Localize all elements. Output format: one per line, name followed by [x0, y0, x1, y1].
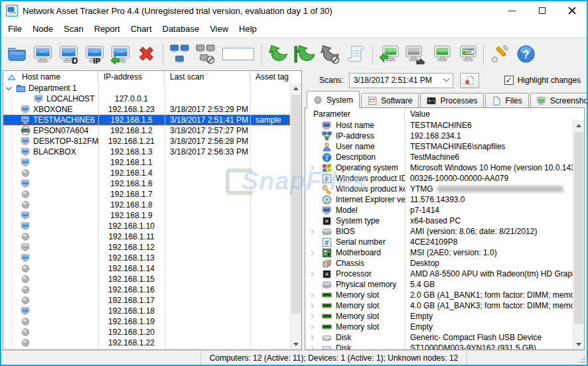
tab-files[interactable]: Files — [485, 93, 528, 107]
tree-row[interactable]: 192.168.1.10 — [3, 221, 290, 231]
param-row-windows-product-id[interactable]: #Windows product ID00326-10000-00000-AA0… — [305, 173, 573, 184]
highlight-changes-option[interactable]: ✓ Highlight changes — [504, 76, 581, 85]
add-computer-by-ip-button[interactable]: IP — [82, 41, 108, 68]
close-button[interactable] — [557, 1, 587, 20]
expander-expand-icon[interactable] — [307, 347, 315, 350]
tree-row[interactable]: 192.168.1.12 — [3, 242, 290, 253]
tab-system[interactable]: System — [307, 91, 360, 108]
menu-file[interactable]: File — [3, 21, 27, 36]
expander-expand-icon[interactable] — [307, 273, 315, 276]
rescan-all-button[interactable] — [291, 41, 317, 68]
tab-processes[interactable]: C:\Processes — [420, 93, 484, 107]
param-row-internet-explorer-version[interactable]: eInternet Explorer version11.576.14393.0 — [305, 194, 573, 205]
tree-row[interactable]: 192.168.1.22 — [3, 337, 290, 348]
param-row-disk[interactable]: DiskST1000DM003-9YN162 (931.5 GB) — [305, 343, 573, 349]
highlight-changes-checkbox[interactable]: ✓ — [504, 76, 514, 85]
resize-grip[interactable] — [577, 355, 585, 363]
scroll-up-icon[interactable] — [291, 83, 301, 93]
param-row-physical-memory[interactable]: Physical memory5.4 GB — [305, 279, 573, 290]
expander-expand-icon[interactable] — [307, 230, 315, 233]
menu-view[interactable]: View — [204, 21, 234, 36]
remote-screen-button[interactable] — [428, 41, 454, 68]
expander-collapse-icon[interactable] — [6, 85, 11, 90]
expander-expand-icon[interactable] — [307, 294, 315, 297]
tree-row[interactable]: 192.168.1.7 — [3, 189, 290, 200]
agent-uninstall-button[interactable] — [402, 41, 428, 68]
tree-row[interactable] — [3, 348, 290, 349]
param-row-motherboard[interactable]: MotherboardMSI (2AE0; version: 1.0) — [305, 247, 573, 258]
tree-row[interactable]: 192.168.1.15 — [3, 274, 290, 284]
tree-row[interactable]: 192.168.1.18 — [3, 306, 290, 316]
param-row-memory-slot[interactable]: Memory slot2.0 GB (A1_BANK1; form factor… — [305, 290, 573, 300]
menu-scan[interactable]: Scan — [58, 21, 89, 36]
remote-info-button[interactable] — [454, 41, 480, 68]
param-row-description[interactable]: iDescriptionTestMachine6 — [305, 152, 573, 162]
param-row-memory-slot[interactable]: Memory slot4.0 GB (A1_BANK3; form factor… — [305, 300, 573, 311]
param-row-chassis[interactable]: ChassisDesktop — [305, 258, 573, 269]
expander-expand-icon[interactable] — [307, 251, 315, 255]
help-button[interactable]: ? — [513, 41, 539, 68]
scans-dropdown[interactable]: 3/18/2017 2:51:41 PM — [349, 73, 453, 88]
tree-scrollbar[interactable] — [290, 83, 301, 349]
run-script-button[interactable] — [343, 41, 369, 68]
scroll-down-icon[interactable] — [573, 339, 584, 349]
tree-row-department 1[interactable]: Department 1 — [3, 83, 290, 93]
column-header-parameter[interactable]: Parameter — [305, 108, 405, 120]
minimize-button[interactable] — [497, 1, 527, 20]
params-scrollbar[interactable] — [573, 120, 584, 349]
tree-row[interactable]: 192.168.1.16 — [3, 284, 290, 295]
stop-network-scan-button[interactable] — [192, 41, 218, 68]
menu-node[interactable]: Node — [27, 21, 58, 36]
delete-scan-button[interactable] — [460, 73, 479, 88]
rescan-node-button[interactable] — [265, 41, 291, 68]
maximize-button[interactable] — [527, 1, 557, 20]
tree-row[interactable]: 192.168.1.14 — [3, 263, 290, 274]
menu-help[interactable]: Help — [234, 21, 262, 36]
column-header-host-name[interactable]: Host name — [3, 71, 98, 83]
scroll-thumb[interactable] — [291, 95, 301, 314]
scroll-thumb[interactable] — [574, 132, 583, 324]
column-header-asset-tag[interactable]: Asset tag — [250, 71, 301, 83]
column-header-last-scan[interactable]: Last scan — [165, 71, 250, 83]
tree-row-desktop-812fmc[interactable]: DESKTOP-812FMC192.168.1.213/18/2017 2:56… — [3, 136, 290, 147]
tree-row-localhost[interactable]: LOCALHOST127.0.0.1 — [3, 93, 290, 104]
param-row-user-name[interactable]: User nameTESTMACHINE6\snapfiles — [305, 141, 573, 152]
param-row-windows-product-key[interactable]: Windows product keyYTMG — [305, 184, 573, 194]
tab-software[interactable]: Software — [361, 93, 419, 107]
tree-row[interactable]: 192.168.1.9 — [3, 210, 290, 221]
agent-install-button[interactable] — [376, 41, 402, 68]
param-row-memory-slot[interactable]: Memory slotEmpty — [305, 322, 573, 332]
open-database-button[interactable] — [4, 41, 30, 68]
tree-row-epson07a604[interactable]: EPSON07A604192.168.1.23/18/2017 2:57:27 … — [3, 125, 290, 136]
menu-report[interactable]: Report — [89, 21, 125, 36]
tree-row[interactable]: 192.168.1.6 — [3, 178, 290, 189]
tree-row[interactable]: 192.168.1.8 — [3, 200, 290, 210]
param-row-model[interactable]: Modelp7-1414 — [305, 205, 573, 215]
param-row-system-type[interactable]: System typex64-based PC — [305, 215, 573, 226]
param-row-operating-system[interactable]: Operating systemMicrosoft Windows 10 Hom… — [305, 162, 573, 173]
expander-expand-icon[interactable] — [307, 326, 315, 329]
param-row-bios[interactable]: BIOSAMI (version: 8.06; date: 8/21/2012) — [305, 226, 573, 237]
expander-expand-icon[interactable] — [307, 166, 315, 170]
tree-row[interactable]: 192.168.1.19 — [3, 316, 290, 327]
tab-screenshot[interactable]: Screenshot — [530, 93, 588, 107]
quick-search-input[interactable] — [222, 48, 254, 60]
import-computers-button[interactable] — [108, 41, 133, 68]
scroll-up-icon[interactable] — [573, 120, 584, 131]
tree-row[interactable]: 192.168.1.4 — [3, 168, 290, 178]
tree-row[interactable]: 192.168.1.17 — [3, 295, 290, 306]
add-computer-button[interactable] — [30, 41, 56, 68]
delete-node-button[interactable] — [133, 41, 159, 68]
column-header-ip-address[interactable]: IP-address — [98, 71, 165, 83]
column-header-value[interactable]: Value — [405, 108, 584, 120]
expander-expand-icon[interactable] — [307, 336, 315, 339]
scroll-down-icon[interactable] — [291, 339, 301, 349]
param-row-memory-slot[interactable]: Memory slotEmpty — [305, 311, 573, 322]
tree-row-blackbox[interactable]: BLACKBOX192.168.1.33/18/2017 2:56:33 PM — [3, 147, 290, 157]
stop-rescan-button[interactable] — [317, 41, 343, 68]
expander-expand-icon[interactable] — [307, 304, 315, 308]
param-row-disk[interactable]: DiskGeneric- Compact Flash USB Device — [305, 332, 573, 343]
options-button[interactable] — [487, 41, 513, 68]
param-row-ip-address[interactable]: IP-address192.168.234.1 — [305, 131, 573, 141]
tree-row[interactable]: 192.168.1.1 — [3, 157, 290, 168]
